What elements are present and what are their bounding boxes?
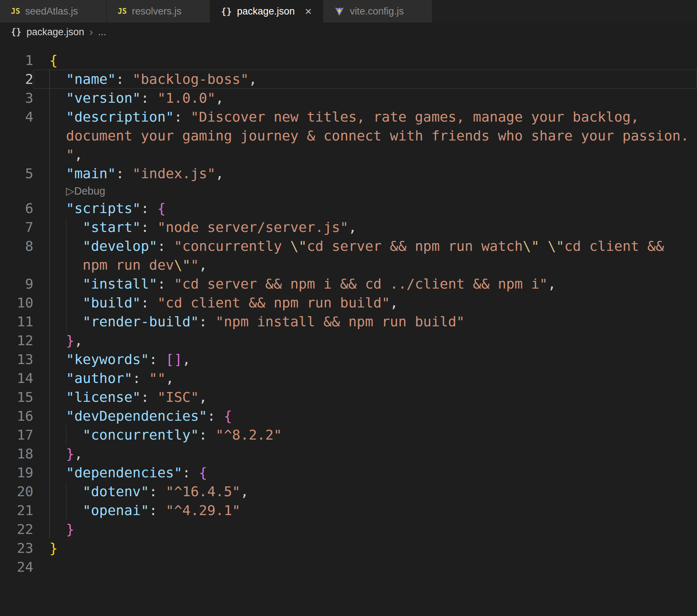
code-line[interactable]: "develop": "concurrently \"cd server && … bbox=[33, 237, 697, 256]
code-token: "^16.4.5" bbox=[166, 484, 240, 499]
indent-guide bbox=[66, 482, 66, 501]
code-line[interactable]: } bbox=[33, 520, 697, 539]
code-line[interactable]: "license": "ISC", bbox=[33, 388, 697, 407]
line-number[interactable]: 20 bbox=[0, 482, 33, 501]
code-line[interactable]: "concurrently": "^8.2.2" bbox=[33, 425, 697, 444]
line-number bbox=[0, 145, 33, 164]
code-line[interactable]: }, bbox=[33, 331, 697, 350]
indent-guide bbox=[66, 293, 66, 312]
code-line[interactable]: "scripts": { bbox=[33, 199, 697, 218]
code-token: "cd server && npm i && cd ../client && n… bbox=[174, 276, 548, 292]
code-line[interactable]: "keywords": [], bbox=[33, 350, 697, 369]
code-row: 19 "dependencies": { bbox=[0, 463, 697, 482]
code-row: 12 }, bbox=[0, 331, 697, 350]
code-token: "concurrently" bbox=[83, 427, 199, 443]
code-line[interactable]: "build": "cd client && npm run build", bbox=[33, 293, 697, 312]
code-token: "keywords" bbox=[66, 351, 149, 367]
line-number[interactable]: 12 bbox=[0, 331, 33, 350]
code-token: : bbox=[116, 71, 133, 87]
code-line[interactable]: "description": "Discover new titles, rat… bbox=[33, 107, 697, 126]
code-line[interactable]: { bbox=[33, 51, 697, 70]
line-number[interactable]: 7 bbox=[0, 218, 33, 237]
code-line[interactable]: "name": "backlog-boss", bbox=[33, 70, 697, 89]
line-number[interactable]: 23 bbox=[0, 539, 33, 558]
line-number bbox=[0, 183, 33, 199]
line-number[interactable]: 1 bbox=[0, 51, 33, 70]
code-row: 22 } bbox=[0, 520, 697, 539]
code-row: 20 "dotenv": "^16.4.5", bbox=[0, 482, 697, 501]
code-line[interactable]: ", bbox=[33, 145, 697, 164]
code-line[interactable]: "render-build": "npm install && npm run … bbox=[33, 312, 697, 331]
code-line[interactable]: }, bbox=[33, 444, 697, 463]
code-token: , bbox=[548, 276, 556, 292]
line-number[interactable]: 18 bbox=[0, 444, 33, 463]
code-line[interactable]: "dependencies": { bbox=[33, 463, 697, 482]
line-number[interactable]: 17 bbox=[0, 425, 33, 444]
code-token: , bbox=[74, 446, 83, 462]
code-token: : bbox=[182, 465, 199, 481]
code-token bbox=[49, 446, 66, 462]
indent-guide bbox=[49, 312, 50, 331]
line-number[interactable]: 6 bbox=[0, 199, 33, 218]
indent-guide bbox=[66, 274, 66, 293]
line-number[interactable]: 9 bbox=[0, 274, 33, 293]
tab-label: resolvers.js bbox=[132, 6, 182, 17]
line-number[interactable]: 4 bbox=[0, 107, 33, 126]
tab-vite-config-js[interactable]: vite.config.js bbox=[323, 0, 433, 23]
breadcrumb-symbol-placeholder[interactable]: ... bbox=[98, 26, 106, 38]
line-number[interactable]: 22 bbox=[0, 520, 33, 539]
code-token: "cd client && npm run build" bbox=[157, 295, 390, 311]
line-number[interactable]: 10 bbox=[0, 293, 33, 312]
line-number[interactable]: 19 bbox=[0, 463, 33, 482]
line-number[interactable]: 11 bbox=[0, 312, 33, 331]
tab-resolvers-js[interactable]: JSresolvers.js bbox=[107, 0, 210, 23]
code-line[interactable]: "dotenv": "^16.4.5", bbox=[33, 482, 697, 501]
code-line[interactable]: } bbox=[33, 539, 697, 558]
line-number[interactable]: 15 bbox=[0, 388, 33, 407]
code-token: "Discover new titles, rate games, manage… bbox=[191, 109, 639, 125]
line-number[interactable]: 21 bbox=[0, 501, 33, 520]
tab-package-json[interactable]: {}package.json× bbox=[210, 0, 323, 23]
line-number[interactable]: 3 bbox=[0, 89, 33, 107]
code-token bbox=[49, 109, 66, 125]
code-row: 8 "develop": "concurrently \"cd server &… bbox=[0, 237, 697, 256]
indent-guide bbox=[49, 520, 50, 539]
line-number[interactable]: 13 bbox=[0, 350, 33, 369]
tab-label: vite.config.js bbox=[350, 6, 404, 17]
code-row: ", bbox=[0, 145, 697, 164]
code-line[interactable]: document your gaming journey & connect w… bbox=[33, 126, 697, 145]
code-line[interactable]: npm run dev\"", bbox=[33, 256, 697, 274]
code-line[interactable]: "author": "", bbox=[33, 369, 697, 388]
code-token: } bbox=[66, 521, 74, 537]
code-line[interactable]: "devDependencies": { bbox=[33, 407, 697, 425]
codelens-debug-link[interactable]: ▷Debug bbox=[33, 183, 697, 199]
line-number[interactable]: 16 bbox=[0, 407, 33, 425]
code-line[interactable]: "start": "node server/server.js", bbox=[33, 218, 697, 237]
code-row: 23} bbox=[0, 539, 697, 558]
code-line[interactable]: "main": "index.js", bbox=[33, 164, 697, 183]
code-token: : bbox=[207, 408, 224, 424]
code-row: document your gaming journey & connect w… bbox=[0, 126, 697, 145]
tab-seedatlas-js[interactable]: JSseedAtlas.js bbox=[0, 0, 107, 23]
code-token: , bbox=[74, 147, 83, 163]
breadcrumb-file[interactable]: package.json bbox=[27, 26, 84, 38]
line-number[interactable]: 14 bbox=[0, 369, 33, 388]
code-token: "concurrently bbox=[174, 238, 290, 254]
code-line[interactable]: "install": "cd server && npm i && cd ../… bbox=[33, 274, 697, 293]
code-token: { bbox=[49, 52, 58, 68]
line-number[interactable]: 2 bbox=[0, 70, 33, 89]
code-token: "name" bbox=[66, 71, 116, 87]
line-number[interactable]: 5 bbox=[0, 164, 33, 183]
js-file-icon: JS bbox=[11, 7, 20, 16]
code-line[interactable] bbox=[33, 558, 697, 576]
code-row: 13 "keywords": [], bbox=[0, 350, 697, 369]
line-number[interactable]: 8 bbox=[0, 237, 33, 256]
close-icon[interactable]: × bbox=[305, 5, 312, 17]
code-token: , bbox=[199, 389, 207, 405]
code-row: 6 "scripts": { bbox=[0, 199, 697, 218]
js-file-icon: JS bbox=[118, 7, 127, 16]
code-row: 10 "build": "cd client && npm run build"… bbox=[0, 293, 697, 312]
code-line[interactable]: "openai": "^4.29.1" bbox=[33, 501, 697, 520]
code-line[interactable]: "version": "1.0.0", bbox=[33, 89, 697, 107]
line-number[interactable]: 24 bbox=[0, 558, 33, 576]
